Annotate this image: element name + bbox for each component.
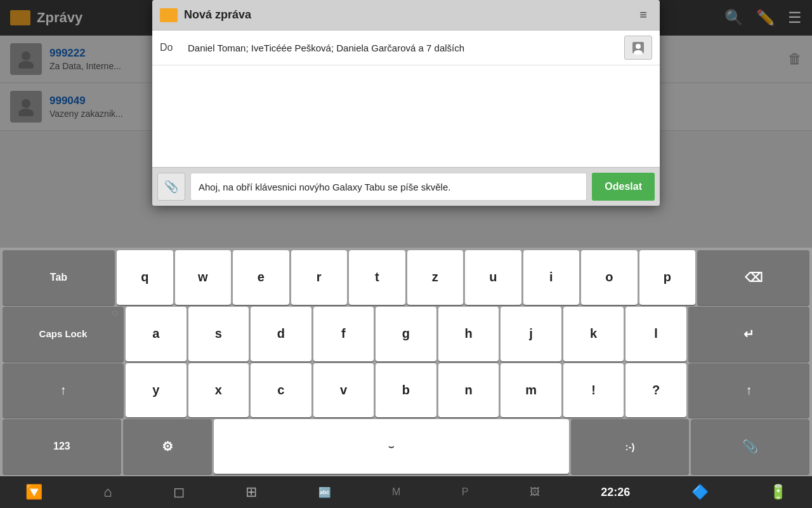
settings-key[interactable]: ⚙ xyxy=(123,419,212,474)
nav-bar: 🔽 ⌂ ◻ ⊞ 🔤 M P 🖼 22:26 🔷 🔋 xyxy=(0,476,812,508)
key-g[interactable]: g xyxy=(376,307,436,361)
message-body-area[interactable] xyxy=(152,65,660,167)
nav-bluetooth-icon: 🔷 xyxy=(691,484,709,500)
key-z[interactable]: z xyxy=(407,250,464,305)
key-c[interactable]: c xyxy=(251,363,311,418)
emoji-key[interactable]: :-) xyxy=(571,419,690,474)
keyboard-row-2: Caps Lock a s d f g h j k l ↵ xyxy=(3,307,809,361)
key-q[interactable]: q xyxy=(117,250,173,305)
keyboard-row-1: Tab q w e r t z u i o p ⌫ xyxy=(3,250,809,305)
nav-time: 22:26 xyxy=(601,486,630,499)
key-p[interactable]: p xyxy=(639,250,696,305)
backspace-key[interactable]: ⌫ xyxy=(697,250,809,305)
nav-gmail-icon[interactable]: M xyxy=(392,486,400,498)
key-w[interactable]: w xyxy=(175,250,232,305)
key-i[interactable]: i xyxy=(523,250,580,305)
key-l[interactable]: l xyxy=(625,307,686,361)
attach-button[interactable]: 📎 xyxy=(157,173,185,201)
key-r[interactable]: r xyxy=(291,250,348,305)
nav-gallery-icon[interactable]: 🖼 xyxy=(530,486,540,498)
key-k[interactable]: k xyxy=(563,307,624,361)
modal-menu-button[interactable]: ≡ xyxy=(634,5,652,25)
key-u[interactable]: u xyxy=(465,250,521,305)
recipients-input[interactable] xyxy=(185,40,618,56)
recipients-row: Do xyxy=(152,30,660,65)
tab-key[interactable]: Tab xyxy=(3,250,115,305)
key-h[interactable]: h xyxy=(438,307,499,361)
numbers-key[interactable]: 123 xyxy=(3,419,121,474)
modal-overlay: Nová zpráva ≡ Do 📎 Odeslat xyxy=(0,0,812,248)
space-key[interactable]: ⌣ xyxy=(214,419,569,474)
key-s[interactable]: s xyxy=(188,307,249,361)
modal-body: Do xyxy=(152,30,660,167)
message-text-input[interactable] xyxy=(190,173,587,201)
key-d[interactable]: d xyxy=(251,307,311,361)
shift-right-key[interactable]: ↑ xyxy=(688,363,809,418)
key-e[interactable]: e xyxy=(233,250,289,305)
key-a[interactable]: a xyxy=(126,307,187,361)
key-m[interactable]: m xyxy=(501,363,561,418)
key-f[interactable]: f xyxy=(313,307,374,361)
nav-down-icon[interactable]: 🔽 xyxy=(25,484,43,500)
modal-title: Nová zpráva xyxy=(184,8,628,22)
virtual-keyboard: Tab q w e r t z u i o p ⌫ Caps Lock a s … xyxy=(0,248,812,476)
shift-left-key[interactable]: ↑ xyxy=(3,363,124,418)
enter-key[interactable]: ↵ xyxy=(688,307,809,361)
send-button[interactable]: Odeslat xyxy=(592,173,655,201)
key-n[interactable]: n xyxy=(438,363,499,418)
add-contact-button[interactable] xyxy=(624,36,652,60)
compose-modal: Nová zpráva ≡ Do 📎 Odeslat xyxy=(152,0,660,206)
nav-keyboard-icon[interactable]: 🔤 xyxy=(318,486,331,498)
modal-header: Nová zpráva ≡ xyxy=(152,0,660,30)
key-b[interactable]: b xyxy=(376,363,436,418)
to-label: Do xyxy=(160,42,179,53)
nav-recents-icon[interactable]: ⊞ xyxy=(246,484,257,500)
nav-battery-icon: 🔋 xyxy=(769,484,787,500)
key-question[interactable]: ? xyxy=(625,363,686,418)
key-x[interactable]: x xyxy=(188,363,249,418)
compose-bottom-bar: 📎 Odeslat xyxy=(152,167,660,206)
nav-pocket-icon[interactable]: P xyxy=(462,486,469,498)
envelope-icon-modal xyxy=(160,8,178,22)
svg-point-5 xyxy=(636,44,641,49)
caps-lock-key[interactable]: Caps Lock xyxy=(3,307,124,361)
key-y[interactable]: y xyxy=(126,363,187,418)
nav-home-icon[interactable]: ⌂ xyxy=(103,484,112,500)
attachment-key[interactable]: 📎 xyxy=(691,419,809,474)
key-o[interactable]: o xyxy=(581,250,638,305)
nav-back-icon[interactable]: ◻ xyxy=(173,484,185,500)
key-v[interactable]: v xyxy=(313,363,374,418)
key-t[interactable]: t xyxy=(349,250,405,305)
key-j[interactable]: j xyxy=(501,307,561,361)
keyboard-row-4: 123 ⚙ ⌣ :-) 📎 xyxy=(3,419,809,474)
key-exclamation[interactable]: ! xyxy=(563,363,624,418)
keyboard-row-3: ↑ y x c v b n m ! ? ↑ xyxy=(3,363,809,418)
